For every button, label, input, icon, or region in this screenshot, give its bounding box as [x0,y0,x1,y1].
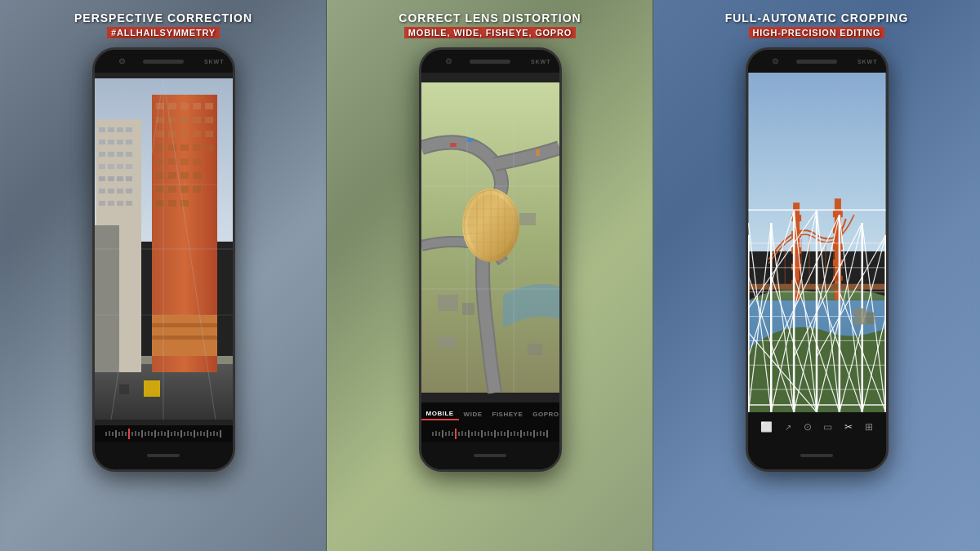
svg-rect-58 [168,172,176,179]
phone-2-bottombar [421,442,559,469]
svg-rect-57 [156,172,164,179]
lens-tab-wide[interactable]: WIDE [459,409,488,420]
svg-rect-169 [866,313,874,325]
svg-rect-13 [108,152,114,157]
svg-rect-26 [117,189,123,193]
panel-2-title: CORRECT LENS DISTORTION MOBILE, WIDE, FI… [390,0,589,42]
svg-rect-6 [117,127,123,132]
svg-rect-71 [95,225,119,372]
svg-rect-70 [152,335,217,340]
phone-3-toolbar[interactable]: ⬜ ↗ ⊙ ▭ ✂ ⊞ [748,412,886,442]
toolbar-icon-4[interactable]: ▭ [823,421,832,433]
phone-1-topbar: SKWT [95,50,233,73]
svg-rect-5 [108,127,114,132]
svg-rect-22 [117,176,123,181]
lens-tab-gopro[interactable]: GOPRO [528,409,561,420]
svg-rect-47 [205,131,213,137]
phone-1-ruler [95,425,233,442]
svg-rect-25 [108,189,114,193]
svg-rect-36 [193,103,201,109]
svg-rect-66 [168,200,176,207]
svg-rect-166 [748,209,885,211]
lens-tab-mobile[interactable]: MOBILE [421,408,459,420]
svg-rect-17 [108,164,114,169]
svg-rect-23 [126,176,132,181]
phone-2-speaker [470,60,510,64]
svg-rect-21 [108,176,114,181]
phone-3: SKWT [746,47,889,472]
panel-crop: FULL-AUTOMATIC CROPPING HIGH-PRECISION E… [653,0,980,551]
svg-rect-40 [180,117,189,123]
phone-3-topbar: SKWT [748,50,886,73]
toolbar-icon-grid[interactable]: ⊞ [865,421,873,433]
phone-2-ruler [421,425,559,442]
svg-rect-27 [126,189,132,193]
svg-rect-72 [144,380,160,397]
phone-2-topbar: SKWT [421,50,559,73]
svg-rect-97 [528,344,542,355]
toolbar-icon-3[interactable]: ⊙ [804,421,812,433]
svg-rect-61 [156,186,164,193]
svg-rect-30 [117,201,123,206]
svg-rect-167 [748,404,885,406]
svg-rect-42 [205,117,213,123]
svg-rect-99 [450,143,457,147]
lens-tab-fisheye[interactable]: FISHEYE [488,409,528,420]
phone-1-brand: SKWT [204,59,225,64]
svg-rect-48 [156,144,164,151]
svg-rect-56 [193,158,201,165]
phone-2-lens-tabs[interactable]: MOBILE WIDE FISHEYE GOPRO [421,402,559,425]
svg-rect-63 [180,186,189,193]
panel-lens: CORRECT LENS DISTORTION MOBILE, WIDE, FI… [327,0,653,551]
svg-rect-41 [193,117,201,123]
phone-2-camera [446,59,452,64]
svg-rect-16 [99,164,105,169]
svg-rect-34 [168,103,176,109]
svg-rect-52 [205,144,213,151]
svg-rect-62 [168,186,176,193]
svg-rect-117 [832,243,842,250]
svg-rect-10 [117,140,123,144]
svg-rect-45 [180,131,189,137]
panel-1-title: PERSPECTIVE CORRECTION #ALLHAILSYMMETRY [66,0,261,42]
svg-rect-65 [156,200,164,207]
svg-rect-31 [126,201,132,206]
panel-3-title: FULL-AUTOMATIC CROPPING HIGH-PRECISION E… [717,0,917,42]
phone-1-speaker [143,60,184,64]
toolbar-icon-2[interactable]: ↗ [785,423,791,432]
phone-2: SKWT [419,47,562,472]
svg-rect-64 [193,186,201,193]
svg-rect-115 [832,211,842,217]
svg-rect-28 [99,201,105,206]
phone-3-bottombar [748,442,886,469]
svg-rect-29 [108,201,114,206]
svg-rect-168 [853,309,866,325]
phone-1-camera [119,59,125,64]
phone-1: SKWT [92,47,235,472]
svg-rect-54 [168,158,176,165]
phone-3-camera [773,59,778,64]
svg-rect-50 [180,144,189,151]
svg-rect-49 [168,144,176,151]
svg-rect-51 [193,144,201,151]
toolbar-icon-1[interactable]: ⬜ [760,421,773,433]
svg-rect-73 [119,384,129,394]
svg-rect-98 [438,335,456,349]
svg-rect-33 [156,103,164,109]
toolbar-icon-crop[interactable]: ✂ [844,421,853,433]
svg-rect-8 [99,140,105,144]
svg-rect-53 [156,158,164,165]
svg-rect-7 [126,127,132,132]
svg-rect-19 [126,164,132,169]
svg-rect-95 [462,303,474,315]
svg-rect-67 [180,200,189,207]
svg-rect-20 [99,176,105,181]
phone-2-screen [421,73,559,402]
svg-rect-46 [193,131,201,137]
svg-rect-43 [156,131,164,137]
svg-rect-15 [126,152,132,157]
phone-3-speaker [796,60,837,64]
phone-2-brand: SKWT [531,59,551,64]
svg-rect-18 [117,164,123,169]
svg-rect-14 [117,152,123,157]
